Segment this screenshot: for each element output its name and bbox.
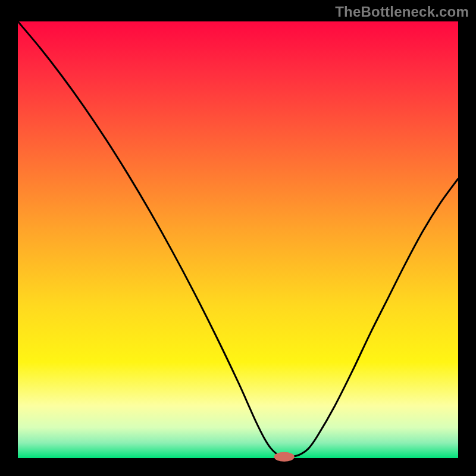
- chart-container: TheBottleneck.com: [0, 0, 476, 476]
- optimal-marker: [274, 452, 295, 462]
- watermark-label: TheBottleneck.com: [335, 4, 469, 20]
- bottleneck-chart: [0, 0, 476, 476]
- plot-background: [18, 21, 458, 458]
